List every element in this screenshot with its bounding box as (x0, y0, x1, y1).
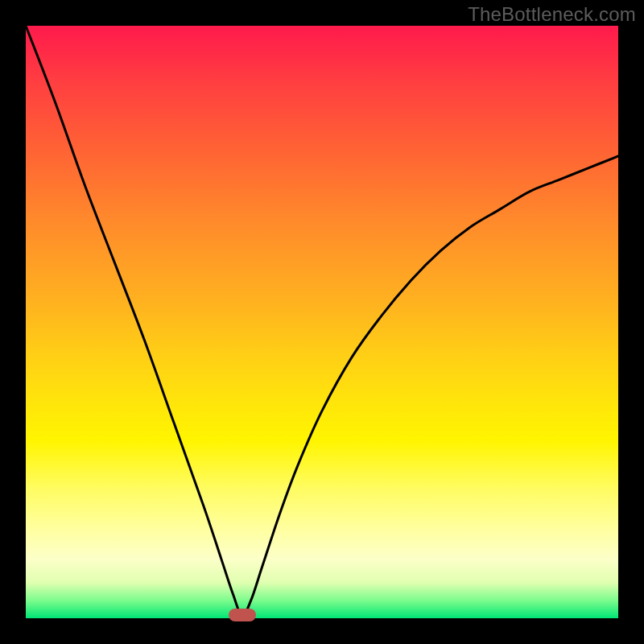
valley-marker (229, 609, 256, 621)
watermark-text: TheBottleneck.com (468, 3, 636, 26)
plot-background-gradient (26, 26, 618, 618)
bottleneck-curve (26, 26, 618, 618)
curve-path (26, 26, 618, 615)
chart-frame: TheBottleneck.com (0, 0, 644, 644)
